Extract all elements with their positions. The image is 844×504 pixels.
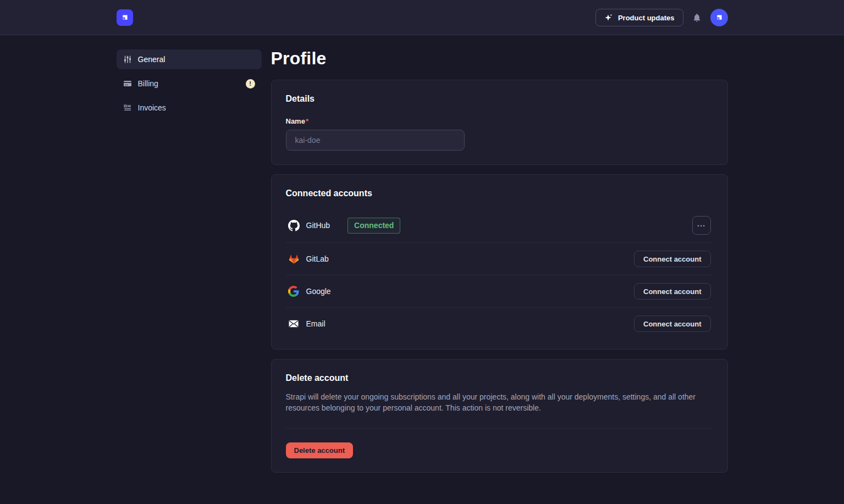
name-field-group: Name* xyxy=(286,116,713,151)
account-row-google: Google Connect account xyxy=(286,275,713,308)
sidebar-item-general[interactable]: General xyxy=(117,49,262,69)
billing-warning-badge: ! xyxy=(246,79,255,88)
profile-main: Profile Details Name* Connected accounts xyxy=(271,49,728,504)
user-avatar[interactable] xyxy=(710,9,728,26)
google-connect-button[interactable]: Connect account xyxy=(634,283,710,300)
details-card: Details Name* xyxy=(271,80,728,165)
email-connect-button[interactable]: Connect account xyxy=(634,315,710,332)
gitlab-connect-button[interactable]: Connect account xyxy=(634,251,710,267)
provider-name: GitHub xyxy=(306,221,330,230)
github-more-button[interactable]: ... xyxy=(692,216,711,235)
gitlab-icon xyxy=(288,253,300,265)
provider-name: Google xyxy=(306,287,331,296)
sliders-icon xyxy=(123,55,132,64)
notifications-button[interactable] xyxy=(692,13,702,23)
product-updates-label: Product updates xyxy=(618,14,675,22)
sidebar-item-label: Billing xyxy=(138,79,158,88)
bell-icon xyxy=(692,13,702,23)
top-bar: Product updates xyxy=(0,0,844,35)
divider xyxy=(286,428,713,429)
sidebar-item-label: Invoices xyxy=(138,103,166,112)
delete-account-button[interactable]: Delete account xyxy=(286,442,353,458)
provider-name: GitLab xyxy=(306,254,329,263)
delete-account-title: Delete account xyxy=(286,373,713,383)
strapi-logo[interactable] xyxy=(117,9,133,26)
credit-card-icon xyxy=(123,79,132,88)
name-label: Name* xyxy=(286,117,308,125)
account-row-gitlab: GitLab Connect account xyxy=(286,243,713,275)
required-asterisk: * xyxy=(306,117,308,125)
connected-status-badge: Connected xyxy=(347,218,400,234)
strapi-avatar-icon xyxy=(713,12,725,24)
invoice-list-icon xyxy=(123,103,132,112)
product-updates-button[interactable]: Product updates xyxy=(595,9,683,26)
account-row-email: Email Connect account xyxy=(286,308,713,335)
delete-account-description: Strapi will delete your ongoing subscrip… xyxy=(286,391,713,413)
sidebar-item-invoices[interactable]: Invoices xyxy=(117,98,262,118)
settings-sidebar: General Billing ! xyxy=(117,49,262,504)
sidebar-item-billing[interactable]: Billing ! xyxy=(117,74,262,93)
strapi-mark-icon xyxy=(119,12,131,24)
name-input[interactable] xyxy=(286,130,465,151)
github-icon xyxy=(288,220,300,231)
account-row-github: GitHub Connected ... xyxy=(286,205,713,243)
page-title: Profile xyxy=(271,48,728,69)
details-card-title: Details xyxy=(286,94,713,104)
connected-accounts-title: Connected accounts xyxy=(286,189,713,198)
google-icon xyxy=(288,286,300,297)
connected-accounts-card: Connected accounts GitHub Connected ... xyxy=(271,174,728,350)
email-icon xyxy=(288,318,300,330)
provider-name: Email xyxy=(306,319,326,328)
sparkles-icon xyxy=(604,13,613,22)
sidebar-item-label: General xyxy=(138,55,166,64)
delete-account-card: Delete account Strapi will delete your o… xyxy=(271,359,728,473)
